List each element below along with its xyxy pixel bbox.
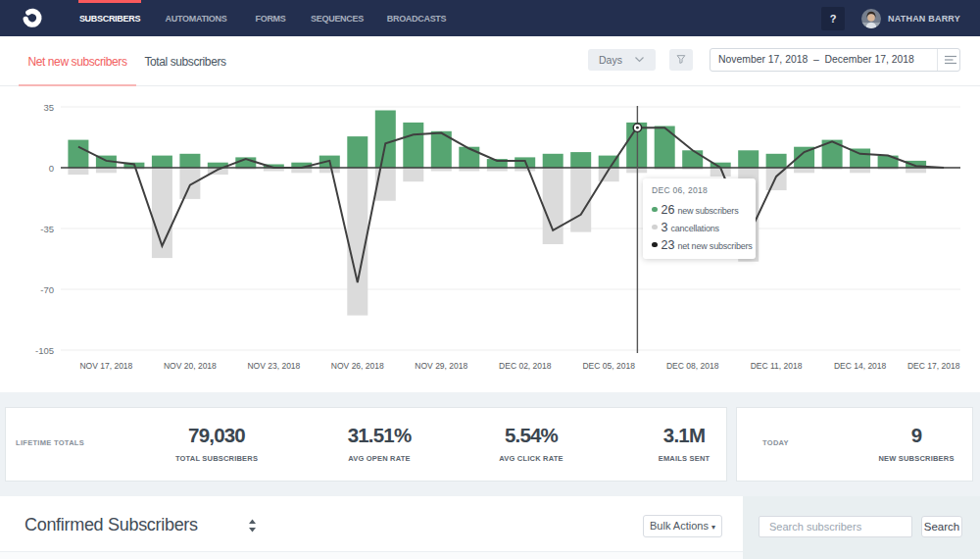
svg-text:DEC 11, 2018: DEC 11, 2018: [751, 361, 803, 371]
svg-text:-70: -70: [40, 284, 54, 295]
svg-text:NOV 17, 2018: NOV 17, 2018: [79, 361, 132, 371]
svg-text:NOV 20, 2018: NOV 20, 2018: [164, 361, 217, 371]
svg-text:DEC 05, 2018: DEC 05, 2018: [582, 361, 635, 371]
svg-text:NOV 29, 2018: NOV 29, 2018: [415, 361, 467, 371]
svg-text:NOV 26, 2018: NOV 26, 2018: [331, 361, 384, 371]
svg-text:-35: -35: [40, 224, 54, 234]
svg-text:0: 0: [49, 163, 54, 174]
svg-text:-105: -105: [35, 345, 54, 356]
svg-text:DEC 14, 2018: DEC 14, 2018: [834, 361, 887, 371]
svg-text:DEC 08, 2018: DEC 08, 2018: [666, 361, 719, 371]
svg-text:DEC 02, 2018: DEC 02, 2018: [499, 361, 552, 371]
svg-text:DEC 17, 2018: DEC 17, 2018: [907, 361, 960, 371]
svg-text:35: 35: [43, 102, 54, 113]
svg-text:NOV 23, 2018: NOV 23, 2018: [247, 361, 300, 371]
